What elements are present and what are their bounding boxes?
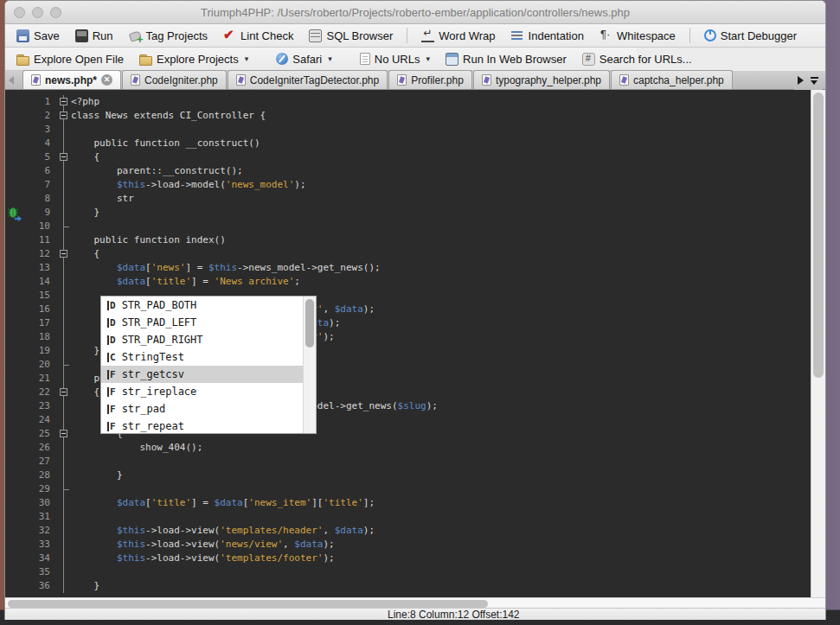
fold-margin[interactable] <box>57 330 71 344</box>
tab-profiler-php[interactable]: Profiler.php <box>388 70 472 89</box>
fold-collapse-icon[interactable] <box>60 153 67 161</box>
fold-margin[interactable] <box>57 275 71 289</box>
code-line-8[interactable]: 8 str <box>5 192 811 206</box>
bookmark-margin[interactable] <box>5 482 16 496</box>
fold-margin[interactable] <box>57 220 71 233</box>
code-line-32[interactable]: 32 $this->load->view('templates/header',… <box>5 524 811 538</box>
bookmark-margin[interactable] <box>5 386 16 399</box>
fold-margin[interactable] <box>57 496 71 510</box>
code-line-12[interactable]: 12 { <box>5 247 811 261</box>
bookmark-margin[interactable] <box>5 538 16 552</box>
fold-margin[interactable] <box>57 524 71 538</box>
fold-margin[interactable] <box>57 164 71 178</box>
bookmark-margin[interactable] <box>5 123 16 137</box>
fold-margin[interactable] <box>57 95 71 109</box>
bookmark-margin[interactable] <box>5 261 16 275</box>
fold-margin[interactable] <box>57 386 71 399</box>
suggestion-stringtest[interactable]: CStringTest <box>101 348 316 366</box>
bookmark-margin[interactable] <box>5 137 16 150</box>
bookmark-margin[interactable] <box>5 275 16 289</box>
code-line-11[interactable]: 11 public function index() <box>5 233 811 247</box>
tab-typography-helper-php[interactable]: typography_helper.php <box>473 70 610 89</box>
fold-margin[interactable] <box>57 261 71 275</box>
close-tab-icon[interactable]: ✕ <box>101 74 112 86</box>
fold-margin[interactable] <box>57 233 71 247</box>
suggestion-str-repeat[interactable]: Fstr_repeat <box>101 418 316 435</box>
tab-captcha-helper-php[interactable]: captcha_helper.php <box>611 70 733 89</box>
chevron-down-icon[interactable]: ▾ <box>245 54 249 63</box>
suggestion-str-ireplace[interactable]: Fstr_ireplace <box>101 383 316 400</box>
bookmark-margin[interactable] <box>5 552 16 565</box>
fold-collapse-icon[interactable] <box>60 112 67 119</box>
fold-margin[interactable] <box>57 303 71 316</box>
tab-codeignitertagdetector-php[interactable]: CodeIgniterTagDetector.php <box>228 70 388 89</box>
code-line-13[interactable]: 13 $data['news'] = $this->news_model->ge… <box>5 261 811 275</box>
code-line-3[interactable]: 3 <box>5 123 811 137</box>
suggestion-str-pad-right[interactable]: DSTR_PAD_RIGHT <box>101 331 316 348</box>
suggestion-str-pad-left[interactable]: DSTR_PAD_LEFT <box>101 314 316 331</box>
tab-scroll-right-icon[interactable] <box>798 76 804 85</box>
bookmark-margin[interactable] <box>5 109 16 123</box>
fold-margin[interactable] <box>57 552 71 565</box>
code-line-9[interactable]: 9 } <box>5 206 811 220</box>
indentation-button[interactable]: Indentation <box>505 28 590 44</box>
sql-browser-button[interactable]: SQL Browser <box>303 28 399 44</box>
fold-margin[interactable] <box>57 413 71 427</box>
fold-margin[interactable] <box>57 247 71 261</box>
chevron-down-icon[interactable]: ▾ <box>328 54 332 63</box>
title-bar[interactable]: Triumph4PHP: /Users/roberto/Projects/rob… <box>5 1 825 24</box>
code-line-2[interactable]: 2class News extends CI_Controller { <box>5 109 811 123</box>
code-line-27[interactable]: 27 <box>5 455 811 469</box>
bookmark-margin[interactable] <box>5 399 16 413</box>
fold-margin[interactable] <box>57 372 71 386</box>
fold-collapse-icon[interactable] <box>60 250 67 258</box>
code-line-35[interactable]: 35 <box>5 565 811 579</box>
bookmark-margin[interactable] <box>5 316 16 330</box>
save-button[interactable]: Save <box>10 28 66 44</box>
fold-margin[interactable] <box>57 316 71 330</box>
fold-margin[interactable] <box>57 455 71 469</box>
fold-margin[interactable] <box>57 206 71 220</box>
fold-margin[interactable] <box>57 137 71 150</box>
bookmark-margin[interactable] <box>5 247 16 261</box>
bookmark-margin[interactable] <box>5 150 16 164</box>
fold-collapse-icon[interactable] <box>60 98 67 105</box>
code-line-14[interactable]: 14 $data['title'] = 'News archive'; <box>5 275 811 289</box>
whitespace-button[interactable]: Whitespace <box>593 28 682 44</box>
code-line-26[interactable]: 26 show_404(); <box>5 441 811 455</box>
fold-margin[interactable] <box>57 344 71 358</box>
code-line-36[interactable]: 36 } <box>5 579 811 593</box>
code-line-29[interactable]: 29 <box>5 482 811 496</box>
code-editor[interactable]: 1<?php2class News extends CI_Controller … <box>5 90 825 597</box>
tab-codeigniter-php[interactable]: CodeIgniter.php <box>122 70 227 89</box>
code-line-1[interactable]: 1<?php <box>5 95 811 109</box>
suggestion-str-getcsv[interactable]: Fstr_getcsv <box>101 366 316 383</box>
bookmark-margin[interactable] <box>5 524 16 538</box>
word-wrap-button[interactable]: Word Wrap <box>415 28 501 44</box>
debugger-bookmark-icon[interactable] <box>7 207 22 222</box>
fold-margin[interactable] <box>57 427 71 441</box>
bookmark-margin[interactable] <box>5 95 16 109</box>
fold-collapse-icon[interactable] <box>60 430 67 437</box>
code-line-30[interactable]: 30 $data['title'] = $data['news_item']['… <box>5 496 811 510</box>
bookmark-margin[interactable] <box>5 372 16 386</box>
run-button[interactable]: Run <box>69 28 119 44</box>
tab-news-php[interactable]: news.php*✕ <box>22 70 121 89</box>
fold-margin[interactable] <box>57 123 71 137</box>
search-for-urls-button[interactable]: Search for URLs... <box>576 51 698 67</box>
start-debugger-button[interactable]: Start Debugger <box>698 28 803 44</box>
code-line-5[interactable]: 5 { <box>5 150 811 164</box>
fold-margin[interactable] <box>57 482 71 496</box>
bookmark-margin[interactable] <box>5 565 16 579</box>
bookmark-margin[interactable] <box>5 233 16 247</box>
fold-margin[interactable] <box>57 178 71 192</box>
fold-margin[interactable] <box>57 358 71 372</box>
vertical-scrollbar[interactable] <box>811 90 825 597</box>
code-line-34[interactable]: 34 $this->load->view('templates/footer')… <box>5 552 811 565</box>
bookmark-margin[interactable] <box>5 289 16 303</box>
fold-margin[interactable] <box>57 441 71 455</box>
chevron-down-icon[interactable]: ▾ <box>426 54 431 63</box>
tab-scroll-left-icon[interactable] <box>9 76 14 85</box>
bookmark-margin[interactable] <box>5 455 16 469</box>
bookmark-margin[interactable] <box>5 427 16 441</box>
